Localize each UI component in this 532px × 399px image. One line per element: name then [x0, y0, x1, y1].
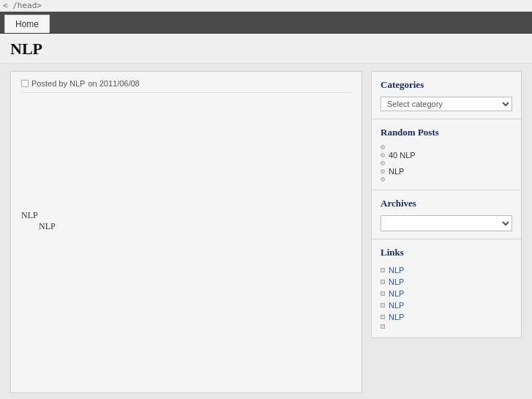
list-item: NLP [381, 311, 512, 323]
bullet-icon [381, 169, 385, 174]
archives-heading: Archives [381, 198, 512, 209]
post-date: on 2011/06/08 [88, 79, 139, 88]
random-posts-section: Random Posts 40 NLP NLP [371, 119, 522, 190]
bullet-icon [381, 324, 385, 329]
list-item: NLP [381, 264, 512, 276]
main-content: Posted by NLP on 2011/06/08 NLP NLP [10, 71, 362, 393]
bullet-icon [381, 177, 385, 182]
footer-line1: NLP [21, 210, 351, 221]
bullet-icon [381, 145, 385, 149]
footer-line2: NLP [21, 221, 351, 232]
list-item [381, 144, 512, 150]
top-nav: Home [0, 12, 532, 34]
list-item: NLP [381, 299, 512, 311]
categories-heading: Categories [381, 79, 512, 91]
bullet-icon [381, 280, 385, 284]
links-list: NLP NLP NLP NLP NLP [381, 264, 512, 330]
link-item[interactable]: NLP [389, 277, 404, 286]
post-author: Posted by NLP [31, 79, 85, 88]
sidebar: Categories Select category Random Posts … [371, 71, 522, 393]
list-item [381, 160, 512, 166]
link-item[interactable]: NLP [389, 301, 404, 310]
link-item[interactable]: NLP [389, 289, 404, 298]
page-title: NLP [10, 40, 522, 59]
bullet-icon [381, 291, 385, 296]
list-item: NLP [381, 166, 512, 176]
archives-section: Archives [371, 190, 522, 239]
bullet-icon [381, 161, 385, 165]
post-icon [21, 80, 29, 87]
post-meta: Posted by NLP on 2011/06/08 [21, 79, 351, 93]
wrapper: Posted by NLP on 2011/06/08 NLP NLP Cate… [0, 64, 532, 399]
random-post-link[interactable]: NLP [389, 167, 404, 176]
categories-section: Categories Select category [371, 71, 522, 119]
bullet-icon [381, 303, 385, 307]
list-item: NLP [381, 276, 512, 288]
post-footer: NLP NLP [21, 210, 351, 232]
link-item[interactable]: NLP [389, 313, 404, 321]
bullet-icon [381, 153, 385, 157]
link-item[interactable]: NLP [389, 266, 404, 275]
page-title-bar: NLP [0, 34, 532, 64]
links-section: Links NLP NLP NLP NLP [371, 239, 522, 338]
bullet-icon [381, 268, 385, 272]
list-item: 40 NLP [381, 150, 512, 160]
categories-select[interactable]: Select category [381, 97, 512, 111]
list-item: NLP [381, 288, 512, 299]
random-posts-list: 40 NLP NLP [381, 144, 512, 182]
dev-notice: < /head> [0, 0, 532, 12]
random-posts-heading: Random Posts [381, 127, 512, 138]
archives-select[interactable] [381, 215, 512, 231]
random-post-link[interactable]: 40 NLP [389, 151, 416, 160]
list-item [381, 323, 512, 330]
links-heading: Links [381, 247, 512, 258]
list-item [381, 176, 512, 182]
home-nav-item[interactable]: Home [4, 15, 50, 33]
bullet-icon [381, 315, 385, 319]
